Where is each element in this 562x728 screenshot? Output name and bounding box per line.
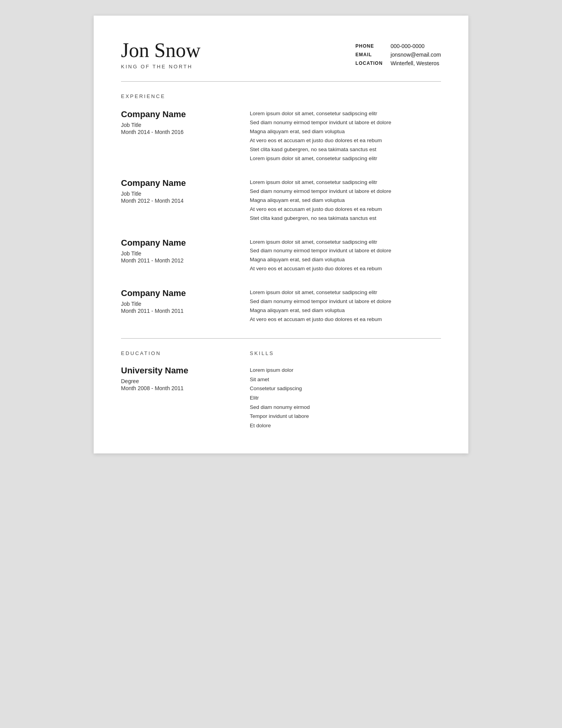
company-name: Company Name xyxy=(121,178,238,188)
bottom-sections: EDUCATION University Name Degree Month 2… xyxy=(121,350,441,430)
location-label: LOCATION xyxy=(356,61,383,66)
exp-left: Company NameJob TitleMonth 2014 - Month … xyxy=(121,109,238,163)
job-dates: Month 2012 - Month 2014 xyxy=(121,198,238,204)
exp-bullet: At vero eos et accusam et justo duo dolo… xyxy=(250,205,441,214)
degree: Degree xyxy=(121,378,238,384)
exp-bullet: At vero eos et accusam et justo duo dolo… xyxy=(250,315,441,324)
header-divider xyxy=(121,81,441,82)
experience-entry: Company NameJob TitleMonth 2012 - Month … xyxy=(121,177,441,223)
contact-info: PHONE 000-000-0000 EMAIL jonsnow@email.c… xyxy=(356,43,441,66)
skills-section: SKILLS Lorem ipsum dolorSit ametConsetet… xyxy=(250,350,441,430)
job-title: Job Title xyxy=(121,122,238,128)
exp-left: Company NameJob TitleMonth 2011 - Month … xyxy=(121,237,238,274)
email-value: jonsnow@email.com xyxy=(391,52,441,58)
skill-item: Elitr xyxy=(250,393,441,403)
job-dates: Month 2011 - Month 2011 xyxy=(121,308,238,314)
resume-header: Jon Snow KING OF THE NORTH PHONE 000-000… xyxy=(121,39,441,70)
exp-bullet: Lorem ipsum dolor sit amet, consetetur s… xyxy=(250,288,441,297)
exp-bullet: At vero eos et accusam et justo duo dolo… xyxy=(250,264,441,273)
exp-bullet: Stet clita kasd gubergren, no sea takima… xyxy=(250,214,441,223)
exp-bullet: Magna aliquyam erat, sed diam voluptua xyxy=(250,127,441,136)
exp-bullet: Sed diam nonumy eirmod tempor invidunt u… xyxy=(250,246,441,255)
exp-bullet: Lorem ipsum dolor sit amet, consetetur s… xyxy=(250,154,441,163)
job-title: Job Title xyxy=(121,250,238,257)
skill-item: Consetetur sadipscing xyxy=(250,384,441,393)
candidate-tagline: KING OF THE NORTH xyxy=(121,64,201,70)
experience-entries: Company NameJob TitleMonth 2014 - Month … xyxy=(121,109,441,324)
exp-bullet: Sed diam nonumy eirmod tempor invidunt u… xyxy=(250,297,441,306)
exp-bullet: Magna aliquyam erat, sed diam voluptua xyxy=(250,196,441,205)
exp-bullet: Lorem ipsum dolor sit amet, consetetur s… xyxy=(250,178,441,187)
exp-right: Lorem ipsum dolor sit amet, consetetur s… xyxy=(250,177,441,223)
skills-list: Lorem ipsum dolorSit ametConsetetur sadi… xyxy=(250,366,441,430)
exp-right: Lorem ipsum dolor sit amet, consetetur s… xyxy=(250,237,441,274)
exp-right: Lorem ipsum dolor sit amet, consetetur s… xyxy=(250,287,441,324)
company-name: Company Name xyxy=(121,288,238,298)
exp-right: Lorem ipsum dolor sit amet, consetetur s… xyxy=(250,109,441,163)
resume-document: Jon Snow KING OF THE NORTH PHONE 000-000… xyxy=(94,16,468,453)
skill-item: Sed diam nonumy eirmod xyxy=(250,403,441,412)
exp-bullet: Magna aliquyam erat, sed diam voluptua xyxy=(250,255,441,264)
edu-dates: Month 2008 - Month 2011 xyxy=(121,385,238,391)
education-title: EDUCATION xyxy=(121,350,238,356)
email-label: EMAIL xyxy=(356,52,383,57)
skill-item: Lorem ipsum dolor xyxy=(250,366,441,375)
company-name: Company Name xyxy=(121,238,238,248)
header-left: Jon Snow KING OF THE NORTH xyxy=(121,39,201,70)
phone-value: 000-000-0000 xyxy=(391,43,441,49)
exp-bullet: Stet clita kasd gubergren, no sea takima… xyxy=(250,145,441,154)
job-dates: Month 2011 - Month 2012 xyxy=(121,257,238,264)
experience-section: EXPERIENCE Company NameJob TitleMonth 20… xyxy=(121,93,441,324)
skills-title: SKILLS xyxy=(250,350,441,356)
exp-bullet: Lorem ipsum dolor sit amet, consetetur s… xyxy=(250,238,441,247)
exp-left: Company NameJob TitleMonth 2011 - Month … xyxy=(121,287,238,324)
skill-item: Tempor invidunt ut labore xyxy=(250,412,441,421)
bottom-divider xyxy=(121,338,441,339)
experience-entry: Company NameJob TitleMonth 2011 - Month … xyxy=(121,237,441,274)
phone-label: PHONE xyxy=(356,43,383,49)
university-name: University Name xyxy=(121,366,238,376)
skill-item: Sit amet xyxy=(250,375,441,384)
job-title: Job Title xyxy=(121,301,238,307)
exp-left: Company NameJob TitleMonth 2012 - Month … xyxy=(121,177,238,223)
exp-bullet: Sed diam nonumy eirmod tempor invidunt u… xyxy=(250,118,441,127)
candidate-name: Jon Snow xyxy=(121,39,201,61)
skill-item: Et dolore xyxy=(250,421,441,430)
experience-entry: Company NameJob TitleMonth 2011 - Month … xyxy=(121,287,441,324)
exp-bullet: Magna aliquyam erat, sed diam voluptua xyxy=(250,306,441,315)
location-value: Winterfell, Westeros xyxy=(391,60,441,66)
job-title: Job Title xyxy=(121,191,238,197)
job-dates: Month 2014 - Month 2016 xyxy=(121,129,238,135)
company-name: Company Name xyxy=(121,109,238,120)
education-section: EDUCATION University Name Degree Month 2… xyxy=(121,350,238,430)
exp-bullet: Lorem ipsum dolor sit amet, consetetur s… xyxy=(250,109,441,118)
experience-entry: Company NameJob TitleMonth 2014 - Month … xyxy=(121,109,441,163)
experience-title: EXPERIENCE xyxy=(121,93,441,99)
exp-bullet: At vero eos et accusam et justo duo dolo… xyxy=(250,136,441,145)
exp-bullet: Sed diam nonumy eirmod tempor invidunt u… xyxy=(250,187,441,196)
